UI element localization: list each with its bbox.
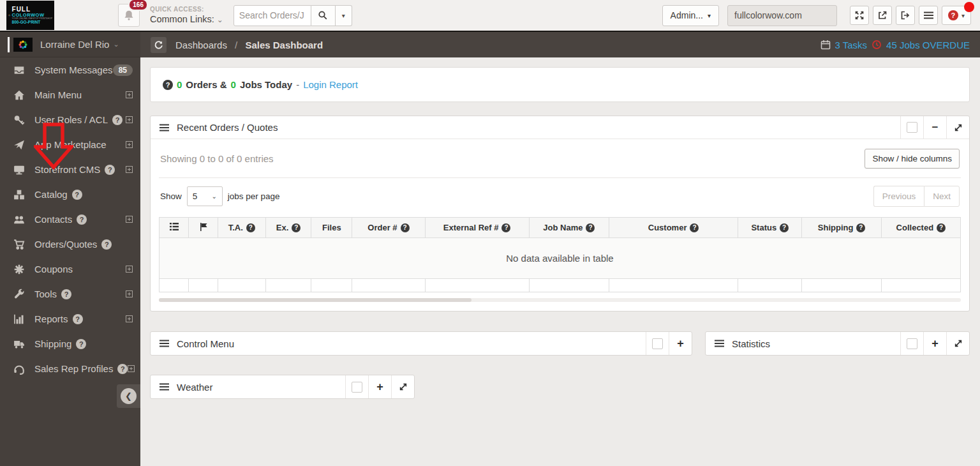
logout-button[interactable]: [896, 6, 915, 25]
sidebar-item-orders-quotes[interactable]: Orders/Quotes: [0, 232, 140, 257]
search-button[interactable]: [311, 5, 336, 26]
tasks-link[interactable]: 3 Tasks: [835, 40, 868, 50]
help-icon: [73, 314, 83, 324]
panel-drag-handle[interactable]: Recent Orders / Quotes: [151, 122, 900, 133]
bar-chart-icon: [13, 313, 26, 325]
company-logo[interactable]: FULL COLORWOW YOUR ONLINE ONESTOP PRINTS…: [6, 1, 54, 30]
panel-select-checkbox[interactable]: [345, 375, 368, 398]
menu-button[interactable]: [919, 6, 938, 25]
panel-expand-button[interactable]: +: [368, 375, 391, 398]
previous-page-button[interactable]: Previous: [873, 186, 924, 207]
column-header-flag[interactable]: [189, 218, 218, 238]
common-links-dropdown[interactable]: Common Links: ⌄: [150, 13, 223, 25]
key-icon: [13, 114, 26, 126]
breadcrumb-section[interactable]: Dashboards: [175, 40, 227, 50]
panel-expand-button[interactable]: +: [669, 332, 692, 355]
paper-plane-icon: [13, 139, 26, 151]
column-header-customer[interactable]: Customer: [609, 218, 738, 238]
panel-drag-handle[interactable]: Weather: [151, 382, 345, 393]
sidebar-item-label: Coupons: [34, 264, 73, 274]
sidebar-item-system-messages[interactable]: System Messages 85: [0, 57, 140, 82]
external-link-icon: [877, 10, 887, 20]
column-header-collected[interactable]: Collected: [881, 218, 960, 238]
sidebar-item-label: Contacts: [34, 214, 72, 225]
column-header-external-ref[interactable]: External Ref #: [425, 218, 529, 238]
help-icon: [292, 223, 301, 232]
expand-plus-icon[interactable]: [128, 365, 135, 372]
panel-expand-button[interactable]: +: [923, 332, 946, 355]
user-menu[interactable]: Lorraine Del Rio ⌄: [0, 32, 140, 57]
notifications-button[interactable]: 166: [118, 4, 140, 27]
help-icon: [401, 223, 410, 232]
expand-plus-icon[interactable]: [126, 266, 133, 273]
show-hide-columns-button[interactable]: Show / hide columns: [865, 149, 960, 169]
column-header-order[interactable]: Order #: [352, 218, 425, 238]
expand-plus-icon[interactable]: [126, 290, 133, 297]
login-report-link[interactable]: Login Report: [303, 79, 358, 90]
panel-expand-button[interactable]: [946, 116, 969, 139]
column-header-job-name[interactable]: Job Name: [529, 218, 609, 238]
sidebar-item-reports[interactable]: Reports: [0, 306, 140, 331]
expand-plus-icon[interactable]: [126, 91, 133, 98]
column-header-ta[interactable]: T.A.: [218, 218, 265, 238]
search-icon: [318, 10, 328, 20]
help-icon: [105, 165, 115, 175]
sidebar-item-sales-rep-profiles[interactable]: Sales Rep Profiles: [0, 356, 140, 381]
sidebar-item-catalog[interactable]: Catalog: [0, 182, 140, 207]
sidebar-item-coupons[interactable]: Coupons: [0, 257, 140, 282]
sidebar-item-tools[interactable]: Tools: [0, 282, 140, 306]
users-icon: [13, 214, 26, 225]
expand-plus-icon[interactable]: [126, 216, 133, 223]
jobs-count: 0: [231, 79, 236, 90]
orders-table: T.A. Ex. Files Order # External Ref # Jo…: [159, 217, 961, 292]
help-menu-button[interactable]: ▾: [942, 6, 971, 25]
breadcrumb-current: Sales Dashboard: [245, 40, 323, 50]
fullscreen-button[interactable]: [850, 6, 869, 25]
help-icon: [948, 10, 958, 20]
panel-collapse-button[interactable]: −: [923, 116, 946, 139]
column-header-status[interactable]: Status: [738, 218, 802, 238]
expand-plus-icon[interactable]: [126, 141, 133, 148]
sidebar-item-contacts[interactable]: Contacts: [0, 207, 140, 232]
column-header-ex[interactable]: Ex.: [265, 218, 311, 238]
panel-drag-handle[interactable]: Statistics: [706, 338, 900, 349]
panel-select-checkbox[interactable]: [900, 332, 923, 355]
expand-plus-icon[interactable]: [126, 315, 133, 322]
panel-select-checkbox[interactable]: [900, 116, 923, 139]
help-icon: [780, 223, 789, 232]
sidebar-item-label: App Marketplace: [34, 139, 107, 150]
sidebar-item-main-menu[interactable]: Main Menu: [0, 82, 140, 107]
sidebar-collapse-button[interactable]: ❮: [117, 384, 140, 408]
search-input[interactable]: [234, 5, 311, 26]
sidebar-item-app-marketplace[interactable]: App Marketplace: [0, 132, 140, 157]
column-header-list[interactable]: [160, 218, 189, 238]
top-header: FULL COLORWOW YOUR ONLINE ONESTOP PRINTS…: [0, 0, 980, 32]
empty-state-row: No data available in table: [160, 238, 961, 279]
jobs-overdue-link[interactable]: 45 Jobs OVERDUE: [886, 40, 970, 50]
bell-icon: [123, 10, 135, 21]
column-header-files[interactable]: Files: [311, 218, 352, 238]
expand-plus-icon[interactable]: [126, 116, 133, 123]
panel-fullscreen-button[interactable]: [946, 332, 969, 355]
next-page-button[interactable]: Next: [924, 186, 960, 207]
sidebar-item-storefront-cms[interactable]: Storefront CMS: [0, 157, 140, 182]
collapse-arrow-icon: ❮: [121, 388, 137, 404]
refresh-button[interactable]: [151, 37, 167, 53]
panel-fullscreen-button[interactable]: [391, 375, 414, 398]
page-size-select[interactable]: 5 ⌄: [187, 186, 223, 206]
column-header-shipping[interactable]: Shipping: [802, 218, 881, 238]
sidebar-item-label: System Messages: [34, 64, 113, 75]
open-storefront-button[interactable]: [873, 6, 892, 25]
admin-menu-button[interactable]: Admin... ▾: [662, 5, 719, 26]
list-icon: [170, 223, 179, 230]
panel-drag-handle[interactable]: Control Menu: [151, 338, 646, 349]
scrollbar-thumb[interactable]: [159, 298, 471, 302]
sidebar-item-label: Storefront CMS: [34, 164, 100, 175]
sidebar-item-shipping[interactable]: Shipping: [0, 331, 140, 356]
panel-select-checkbox[interactable]: [646, 332, 669, 355]
sidebar-item-user-roles-acl[interactable]: User Roles / ACL: [0, 107, 140, 132]
search-options-dropdown[interactable]: ▾: [336, 5, 352, 26]
horizontal-scrollbar[interactable]: [159, 298, 961, 302]
storefront-domain-field[interactable]: [727, 5, 837, 26]
expand-plus-icon[interactable]: [126, 166, 133, 173]
